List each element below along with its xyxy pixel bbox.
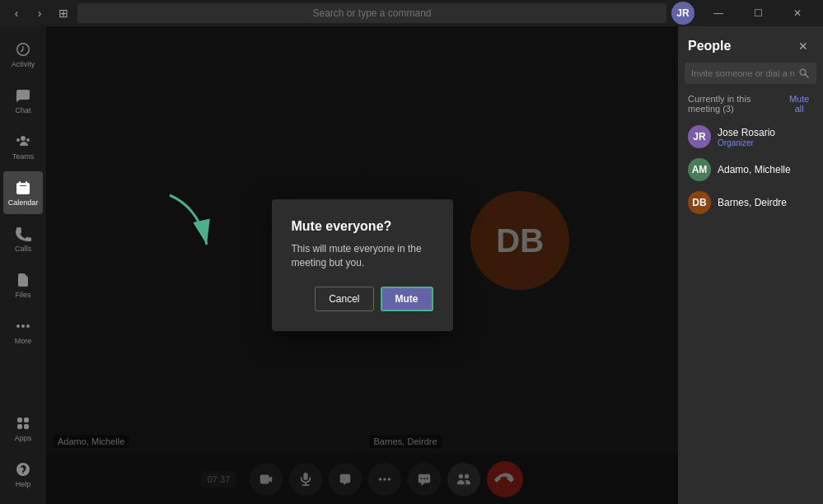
sidebar-item-activity[interactable]: Activity xyxy=(3,33,43,76)
nav-buttons: ‹ › xyxy=(7,3,49,23)
sidebar-item-files[interactable]: Files xyxy=(3,264,43,306)
sidebar-item-apps[interactable]: Apps xyxy=(3,407,43,450)
sidebar: Activity Chat Teams Calendar Calls Files… xyxy=(0,26,46,504)
people-header: People ✕ xyxy=(678,26,823,63)
minimize-button[interactable]: — xyxy=(699,0,737,26)
sidebar-bottom: Apps Help xyxy=(3,407,43,504)
maximize-button[interactable]: ☐ xyxy=(739,0,777,26)
sidebar-label-calls: Calls xyxy=(15,245,31,253)
sidebar-label-more: More xyxy=(15,337,32,345)
people-section-title: Currently in this meeting (3) xyxy=(688,94,785,114)
modal-buttons: Cancel Mute xyxy=(292,287,433,311)
avatar-adamo: AM xyxy=(688,158,711,181)
people-list: JR Jose Rosario Organizer AM Adamo, Mich… xyxy=(678,120,823,504)
people-section-header: Currently in this meeting (3) Mute all xyxy=(678,91,823,117)
people-item-barnes[interactable]: DB Barnes, Deirdre xyxy=(678,186,823,219)
people-title: People xyxy=(688,39,731,54)
avatar-barnes-panel: DB xyxy=(688,191,711,214)
modal-text: This will mute everyone in the meeting b… xyxy=(292,242,433,270)
sidebar-item-help[interactable]: Help xyxy=(3,453,43,496)
back-button[interactable]: ‹ xyxy=(7,3,26,23)
search-icon xyxy=(798,68,810,79)
sidebar-item-teams[interactable]: Teams xyxy=(3,125,43,168)
sidebar-item-chat[interactable]: Chat xyxy=(3,79,43,122)
mute-all-button[interactable]: Mute all xyxy=(785,94,813,114)
forward-button[interactable]: › xyxy=(30,3,49,23)
sidebar-label-help: Help xyxy=(16,480,31,488)
mute-button[interactable]: Mute xyxy=(381,287,433,311)
meeting-icon: ⊞ xyxy=(54,4,72,22)
cancel-button[interactable]: Cancel xyxy=(315,287,373,311)
sidebar-label-teams: Teams xyxy=(12,152,35,161)
avatar-jose: JR xyxy=(688,125,711,148)
sidebar-item-more[interactable]: More xyxy=(3,310,43,352)
user-avatar[interactable]: JR xyxy=(671,2,694,25)
people-search-input[interactable] xyxy=(691,68,795,78)
people-search-box[interactable] xyxy=(685,63,816,84)
content-area: Adamo, Michelle DB Barnes, Deirdre 07:37 xyxy=(46,26,678,504)
window-controls: — ☐ ✕ xyxy=(699,0,816,26)
arrow-annotation xyxy=(157,191,223,257)
sidebar-label-apps: Apps xyxy=(15,434,32,442)
people-info-jose: Jose Rosario Organizer xyxy=(718,127,813,147)
people-role-jose: Organizer xyxy=(718,138,813,147)
main-layout: Activity Chat Teams Calendar Calls Files… xyxy=(0,26,823,504)
sidebar-label-chat: Chat xyxy=(15,106,30,114)
people-name-adamo: Adamo, Michelle xyxy=(718,164,813,175)
search-input[interactable] xyxy=(77,3,666,23)
sidebar-label-activity: Activity xyxy=(12,60,35,68)
people-name-jose: Jose Rosario xyxy=(718,127,813,138)
sidebar-item-calls[interactable]: Calls xyxy=(3,217,43,260)
people-panel: People ✕ Currently in this meeting (3) M… xyxy=(678,26,823,504)
sidebar-item-calendar[interactable]: Calendar xyxy=(3,171,43,214)
mute-dialog: Mute everyone? This will mute everyone i… xyxy=(272,199,453,331)
top-bar: ‹ › ⊞ JR — ☐ ✕ xyxy=(0,0,823,26)
people-item-adamo[interactable]: AM Adamo, Michelle xyxy=(678,153,823,186)
sidebar-label-calendar: Calendar xyxy=(8,198,39,207)
sidebar-label-files: Files xyxy=(15,291,30,299)
close-button[interactable]: ✕ xyxy=(779,0,816,26)
people-close-button[interactable]: ✕ xyxy=(793,36,813,56)
people-info-adamo: Adamo, Michelle xyxy=(718,164,813,175)
modal-overlay: Mute everyone? This will mute everyone i… xyxy=(46,26,678,504)
modal-title: Mute everyone? xyxy=(292,219,433,234)
people-item-jose[interactable]: JR Jose Rosario Organizer xyxy=(678,120,823,153)
people-info-barnes: Barnes, Deirdre xyxy=(718,197,813,208)
people-name-barnes: Barnes, Deirdre xyxy=(718,197,813,208)
